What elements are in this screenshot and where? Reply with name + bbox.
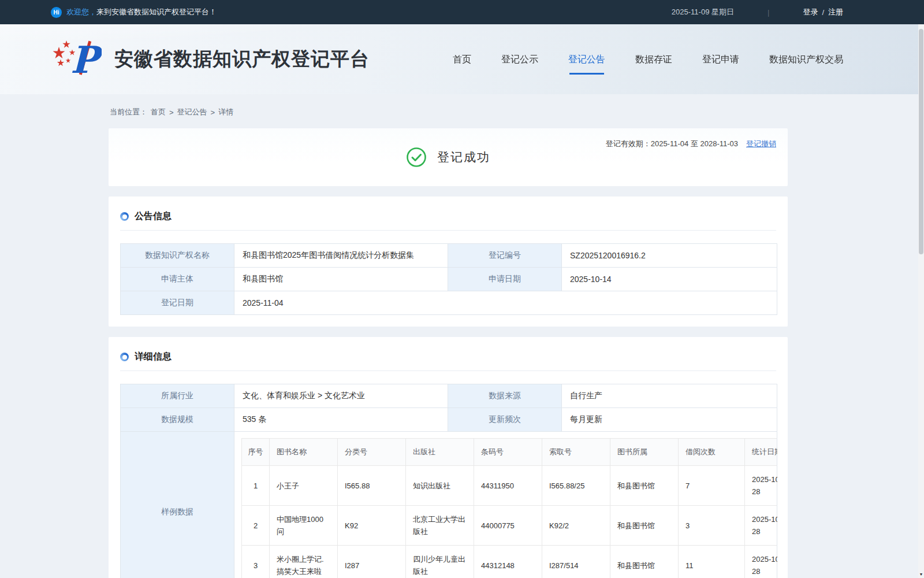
column-header: 图书所属 (610, 439, 679, 466)
table-header-row: 序号 图书名称 分类号 出版社 条码号 索取号 图书所属 借阅次数 统计日期 (242, 439, 778, 466)
section-title: 公告信息 (135, 210, 172, 223)
nav-item-registration-publicity[interactable]: 登记公示 (501, 53, 538, 66)
hi-badge-icon: Hi (51, 7, 62, 18)
cell: 44000775 (474, 506, 542, 546)
topbar: Hi 欢迎您， 来到安徽省数据知识产权登记平台！ 2025-11-09 星期日 … (0, 0, 924, 24)
cell: 和县图书馆 (610, 506, 679, 546)
breadcrumb-label: 当前位置： (110, 107, 147, 117)
cell: 2025-10-28 (745, 506, 778, 546)
validity-label: 登记有效期： (606, 139, 651, 148)
field-label: 所属行业 (121, 384, 234, 408)
welcome-highlight: 欢迎您， (66, 7, 96, 17)
current-date: 2025-11-09 星期日 (672, 7, 734, 17)
field-value: 和县图书馆2025年图书借阅情况统计分析数据集 (234, 244, 448, 268)
section-bullet-icon (120, 212, 129, 221)
logo-graphic: P (51, 36, 102, 81)
auth-separator: / (822, 8, 824, 17)
success-message: 登记成功 (437, 149, 490, 165)
validity-period: 登记有效期：2025-11-04 至 2028-11-03 登记撤销 (606, 139, 776, 149)
cell: 北京工业大学出版社 (406, 506, 474, 546)
section-bullet-icon (120, 353, 129, 361)
table-row: 登记日期 2025-11-04 (121, 291, 777, 315)
page-scrollbar[interactable]: ▼ (918, 24, 924, 578)
svg-text:P: P (70, 38, 102, 81)
cell: I287 (338, 546, 406, 578)
announcement-table: 数据知识产权名称 和县图书馆2025年图书借阅情况统计分析数据集 登记编号 SZ… (120, 243, 777, 315)
field-label: 数据规模 (121, 408, 234, 432)
topbar-divider: | (767, 8, 769, 17)
table-row: 数据规模 535 条 更新频次 每月更新 (121, 408, 777, 432)
column-header: 序号 (242, 439, 270, 466)
table-row: 3 米小圈上学记. 搞笑大王来啦 I287 四川少年儿童出版社 44312148… (242, 546, 778, 578)
table-row: 2 中国地理1000问 K92 北京工业大学出版社 44000775 K92/2… (242, 506, 778, 546)
revoke-registration-link[interactable]: 登记撤销 (746, 139, 776, 149)
breadcrumb-section[interactable]: 登记公告 (177, 107, 207, 117)
validity-text: 登记有效期：2025-11-04 至 2028-11-03 (606, 139, 738, 149)
welcome-text: 来到安徽省数据知识产权登记平台！ (96, 7, 217, 17)
field-value: 文化、体育和娱乐业 > 文化艺术业 (234, 384, 448, 408)
field-label: 数据来源 (448, 384, 562, 408)
nav-item-home[interactable]: 首页 (453, 53, 471, 66)
breadcrumb: 当前位置： 首页 > 登记公告 > 详情 (110, 107, 788, 117)
cell: 四川少年儿童出版社 (406, 546, 474, 578)
breadcrumb-separator: > (169, 108, 174, 117)
success-banner: 登记成功 (109, 128, 788, 186)
cell: K92/2 (542, 506, 610, 546)
field-label: 数据知识产权名称 (121, 244, 234, 268)
field-label: 登记编号 (448, 244, 562, 268)
cell: I565.88 (338, 466, 406, 506)
field-value: 535 条 (234, 408, 448, 432)
column-header: 借阅次数 (679, 439, 745, 466)
login-link[interactable]: 登录 (803, 7, 818, 17)
cell: 和县图书馆 (610, 466, 679, 506)
field-label: 样例数据 (121, 432, 234, 578)
register-link[interactable]: 注册 (828, 7, 843, 17)
field-label: 登记日期 (121, 291, 234, 315)
cell: 和县图书馆 (610, 546, 679, 578)
field-value: SZ2025120016916.2 (562, 244, 777, 268)
scroll-down-arrow-icon[interactable]: ▼ (918, 572, 924, 576)
announcement-info-card: 公告信息 数据知识产权名称 和县图书馆2025年图书借阅情况统计分析数据集 登记… (109, 197, 788, 327)
cell: 1 (242, 466, 270, 506)
cell: 44311950 (474, 466, 542, 506)
column-header: 索取号 (542, 439, 610, 466)
auth-links: 登录 / 注册 (803, 7, 843, 17)
cell: 小王子 (270, 466, 338, 506)
table-row: 所属行业 文化、体育和娱乐业 > 文化艺术业 数据来源 自行生产 (121, 384, 777, 408)
field-label: 申请主体 (121, 268, 234, 291)
nav-item-data-certification[interactable]: 数据存证 (635, 53, 672, 66)
field-label: 更新频次 (448, 408, 562, 432)
site-header: P 安徽省数据知识产权登记平台 首页 登记公示 登记公告 数据存证 登记申请 数… (0, 24, 924, 94)
detail-info-card: 详细信息 所属行业 文化、体育和娱乐业 > 文化艺术业 数据来源 自行生产 数据… (109, 337, 788, 578)
cell: K92 (338, 506, 406, 546)
cell: 知识出版社 (406, 466, 474, 506)
cell: 3 (242, 546, 270, 578)
main-content: 当前位置： 首页 > 登记公告 > 详情 登记有效期：2025-11-04 至 … (109, 107, 788, 578)
breadcrumb-home[interactable]: 首页 (151, 107, 166, 117)
cell: 11 (679, 546, 745, 578)
column-header: 统计日期 (745, 439, 778, 466)
cell: 中国地理1000问 (270, 506, 338, 546)
main-nav: 首页 登记公示 登记公告 数据存证 登记申请 数据知识产权交易 (453, 53, 924, 66)
breadcrumb-current: 详情 (218, 107, 233, 117)
column-header: 出版社 (406, 439, 474, 466)
sample-data-table: 序号 图书名称 分类号 出版社 条码号 索取号 图书所属 借阅次数 统计日期 (241, 438, 777, 578)
field-value: 和县图书馆 (234, 268, 448, 291)
cell: 7 (679, 466, 745, 506)
section-title: 详细信息 (135, 351, 172, 363)
cell: 米小圈上学记. 搞笑大王来啦 (270, 546, 338, 578)
nav-item-registration-apply[interactable]: 登记申请 (702, 53, 739, 66)
nav-item-data-ip-trade[interactable]: 数据知识产权交易 (769, 53, 843, 66)
validity-value: 2025-11-04 至 2028-11-03 (651, 139, 738, 148)
nav-item-registration-announcement[interactable]: 登记公告 (568, 53, 605, 66)
sample-table-viewport: 序号 图书名称 分类号 出版社 条码号 索取号 图书所属 借阅次数 统计日期 (241, 438, 777, 578)
field-value: 2025-10-14 (562, 268, 777, 291)
column-header: 条码号 (474, 439, 542, 466)
platform-logo[interactable]: P (51, 36, 102, 83)
table-row: 样例数据 序号 图书名称 分类号 出版社 (121, 432, 777, 578)
field-label: 申请日期 (448, 268, 562, 291)
section-header: 详细信息 (120, 349, 776, 371)
field-value: 每月更新 (562, 408, 777, 432)
cell: 2 (242, 506, 270, 546)
sample-data-cell: 序号 图书名称 分类号 出版社 条码号 索取号 图书所属 借阅次数 统计日期 (234, 432, 777, 578)
